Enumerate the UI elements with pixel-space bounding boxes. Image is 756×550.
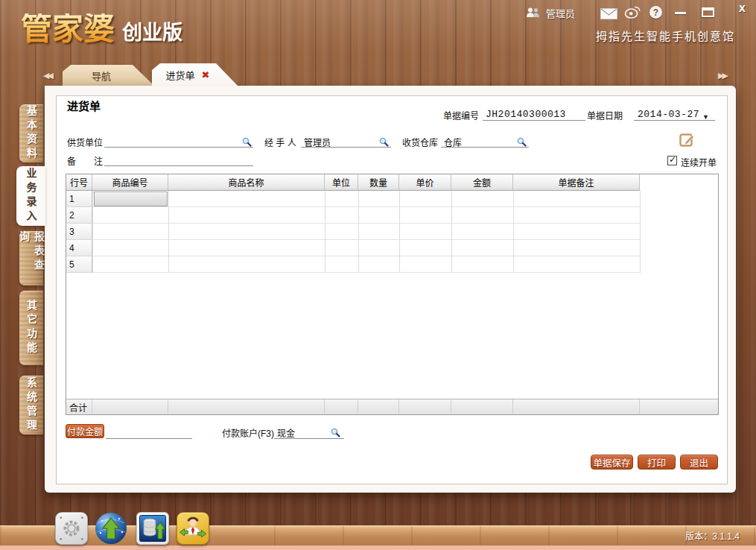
col-separator [451,191,452,273]
minimize-icon[interactable] [675,12,686,14]
table-footer-row: 合计 [66,399,718,414]
remark-underline [104,165,253,166]
close-icon[interactable]: x [739,1,746,15]
col-separator [640,191,641,273]
sidebar-item-label: 基本资料 [24,105,39,162]
col-separator [358,191,359,273]
footer-cell [168,399,325,414]
user-name-label: 管理员 [546,6,575,20]
help-icon[interactable]: ? [649,6,662,19]
weibo-icon[interactable] [624,6,641,22]
col-separator [399,191,400,273]
version-label: 版本：3.1.1.4 [685,529,740,542]
sidebar-item-label: 报表查询 [16,231,46,285]
warehouse-underline [441,147,529,148]
doc-no-underline [483,120,585,121]
sidebar-item-system-management[interactable]: 系统管理 [19,376,43,434]
col-header-filler [640,174,718,191]
payment-amount-underline [106,438,192,439]
payment-account-search-icon[interactable] [331,428,340,437]
maximize-icon[interactable] [702,7,714,17]
col-header-product-code[interactable]: 商品编号 [92,174,168,191]
footer-cell [451,399,513,414]
footer-total-label: 合计 [66,399,92,414]
supplier-search-icon[interactable] [242,137,252,147]
handler-label: 经 手 人 [264,136,296,148]
table-header-row: 行号 商品编号 商品名称 单位 数量 单价 金额 单据备注 [66,174,718,191]
row-number-cell[interactable]: 2 [66,207,92,224]
col-header-amount[interactable]: 金额 [451,174,513,191]
handler-search-icon[interactable] [379,137,389,147]
continuous-billing-label: 连续开单 [681,156,717,168]
footer-cell [358,399,399,414]
edit-icon[interactable] [679,132,696,151]
footer-cell [513,399,640,414]
print-button[interactable]: 打印 [638,455,676,470]
col-header-doc-remark[interactable]: 单据备注 [513,174,640,191]
row-number-cell[interactable]: 1 [66,191,92,207]
col-header-quantity[interactable]: 数量 [358,174,399,191]
save-button[interactable]: 单据保存 [591,455,633,470]
sidebar-item-business-entry[interactable]: 业务录入 [16,166,45,226]
sidebar-item-other-functions[interactable]: 其它功能 [19,291,43,365]
user-switch-icon[interactable] [177,512,209,545]
item-table[interactable]: 行号 商品编号 商品名称 单位 数量 单价 金额 单据备注 1 2 3 4 5 … [66,174,719,415]
col-separator [513,191,514,273]
network-upload-icon[interactable] [95,512,127,545]
page-title: 进货单 [67,98,101,113]
bottom-edge-strip [0,546,756,550]
col-separator [168,191,169,273]
tab-scroll-right-icon[interactable]: ▶▶ [718,71,726,80]
tab-scroll-left-icon[interactable]: ◀◀ [43,71,51,80]
col-separator [92,191,93,273]
selected-cell-product-code[interactable] [94,192,168,206]
app-window: 管家婆 创业版 管理员 ? x 拇指先生智能手机创意馆 ◀◀ 导航 进货单 ✖ … [0,0,756,550]
warehouse-label: 收货仓库 [402,136,438,148]
handler-underline [301,147,391,148]
col-header-unit-price[interactable]: 单价 [399,174,451,191]
settings-gear-icon[interactable] [55,512,88,545]
col-separator [325,191,325,273]
current-user[interactable]: 管理员 [526,6,575,20]
col-header-unit[interactable]: 单位 [325,174,358,191]
tab-navigation-label: 导航 [92,69,111,83]
tab-purchase-order-label: 进货单 [166,68,195,82]
payment-account-value[interactable]: 现金 [277,426,295,439]
database-backup-icon[interactable] [136,512,169,545]
doc-no-label: 单据编号 [443,109,479,121]
sidebar-item-label: 系统管理 [24,377,39,434]
supplier-underline [104,147,253,148]
company-name: 拇指先生智能手机创意馆 [596,28,735,43]
row-number-cell[interactable]: 3 [66,224,92,240]
sidebar-item-basic-data[interactable]: 基本资料 [19,104,43,162]
payment-account-underline [274,438,344,439]
user-icon [526,7,541,19]
doc-date-value[interactable]: 2014-03-27 [638,109,699,120]
remark-label: 备 注 [67,154,103,167]
supplier-label: 供货单位 [67,136,103,148]
footer-cell [399,399,451,414]
sidebar-item-label: 业务录入 [24,168,39,224]
mail-icon[interactable] [600,8,617,22]
footer-cell [92,399,168,414]
continuous-billing-checkbox[interactable] [667,156,677,165]
row-number-cell[interactable]: 5 [66,256,92,273]
tab-purchase-order[interactable]: 进货单 ✖ [152,63,238,86]
logo-sub-text: 创业版 [122,23,182,45]
warehouse-search-icon[interactable] [517,137,527,147]
row-number-cell[interactable]: 4 [66,240,92,256]
col-header-product-name[interactable]: 商品名称 [168,174,325,191]
sidebar-item-report-query[interactable]: 报表查询 [19,231,43,285]
tab-close-icon[interactable]: ✖ [202,70,210,80]
col-header-row-no[interactable]: 行号 [66,174,92,191]
doc-no-value[interactable]: JH20140300013 [486,109,566,120]
tab-navigation[interactable]: 导航 [63,65,155,86]
payment-amount-button[interactable]: 付款金额 [66,424,104,438]
footer-cell [325,399,358,414]
footer-cell [640,399,718,414]
app-logo: 管家婆 创业版 [21,3,182,45]
exit-button[interactable]: 退出 [680,455,718,470]
logo-main-text: 管家婆 [21,13,115,45]
sidebar-item-label: 其它功能 [24,300,39,356]
date-dropdown-icon[interactable] [702,109,709,122]
